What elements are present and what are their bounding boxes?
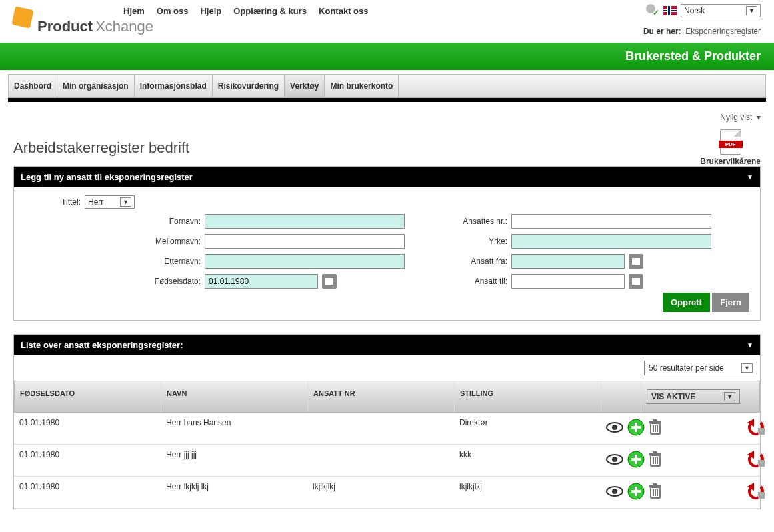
green-bar-title: Brukersted & Produkter <box>625 49 761 63</box>
nav-kontakt[interactable]: Kontakt oss <box>319 6 368 16</box>
col-empno[interactable]: ANSATT NR <box>308 381 455 412</box>
col-actions <box>601 381 641 412</box>
caret-down-icon: ▼ <box>747 173 753 181</box>
chevron-down-icon: ▼ <box>746 6 757 15</box>
panel-heading-text: Legg til ny ansatt til eksponeringsregis… <box>21 172 193 182</box>
yrke-input[interactable] <box>511 234 711 249</box>
calendar-icon[interactable] <box>629 274 643 289</box>
col-name[interactable]: NAVN <box>161 381 308 412</box>
chevron-down-icon: ▼ <box>120 197 131 207</box>
col-dob[interactable]: FØDSELSDATO <box>15 381 161 412</box>
svg-rect-33 <box>631 490 641 493</box>
cell-pos: lkjlkjlkj <box>454 477 601 508</box>
mellomnavn-input[interactable] <box>205 234 405 249</box>
tab-min-brukerkonto[interactable]: Min brukerkonto <box>325 75 399 97</box>
svg-rect-13 <box>758 428 765 435</box>
svg-point-15 <box>612 457 617 462</box>
employee-list-panel: Liste over ansatt eksponeringsregister: … <box>13 334 761 509</box>
label-ansattes-nr: Ansattes nr.: <box>405 217 511 226</box>
breadcrumb-label: Du er her: <box>643 27 681 36</box>
language-select[interactable]: Norsk ▼ <box>681 4 761 17</box>
opprett-button[interactable]: Opprett <box>663 293 710 312</box>
undo-icon[interactable] <box>746 451 766 470</box>
tab-risikovurdering[interactable]: Risikovurdering <box>213 75 285 97</box>
col-pos[interactable]: STILLING <box>455 381 601 412</box>
view-icon[interactable] <box>606 421 623 435</box>
green-bar: Brukersted & Produkter <box>0 43 774 70</box>
chevron-down-icon: ▼ <box>724 392 735 401</box>
table-row: 01.01.1980Herr jjj jjjkkk <box>14 445 760 477</box>
tittel-select[interactable]: Herr ▼ <box>85 195 135 209</box>
flag-norway-icon <box>663 6 677 15</box>
cell-name: Herr jjj jjj <box>161 445 307 476</box>
nav-hjem[interactable]: Hjem <box>123 6 145 16</box>
cell-dob: 01.01.1980 <box>14 445 161 476</box>
add-employee-panel-head[interactable]: Legg til ny ansatt til eksponeringsregis… <box>14 167 760 187</box>
add-employee-panel: Legg til ny ansatt til eksponeringsregis… <box>13 166 761 321</box>
fjern-button[interactable]: Fjern <box>712 293 749 312</box>
tab-min-organisasjon[interactable]: Min organisasjon <box>57 75 135 97</box>
nav-hjelp[interactable]: Hjelp <box>200 6 221 16</box>
employee-list-head[interactable]: Liste over ansatt eksponeringsregister: … <box>14 335 760 355</box>
table-header: FØDSELSDATO NAVN ANSATT NR STILLING VIS … <box>14 381 760 413</box>
pdf-icon <box>720 129 741 155</box>
label-tittel: Tittel: <box>18 197 85 207</box>
breadcrumb: Du er her: Eksponeringsregister <box>643 17 761 36</box>
recent-label: Nylig vist <box>720 113 752 122</box>
page-title: Arbeidstakerregister bedrift <box>13 139 189 157</box>
logo: ProductXchange <box>13 17 153 36</box>
tab-verktoy[interactable]: Verktøy <box>285 75 325 97</box>
list-heading-text: Liste over ansatt eksponeringsregister: <box>21 340 183 350</box>
tab-dashbord[interactable]: Dashbord <box>9 75 57 97</box>
svg-point-1 <box>612 425 617 430</box>
vis-aktive-select[interactable]: VIS AKTIVE ▼ <box>647 389 740 404</box>
cell-empno <box>307 413 454 444</box>
calendar-icon[interactable] <box>322 274 337 289</box>
label-yrke: Yrke: <box>405 237 511 246</box>
svg-rect-19 <box>631 458 641 461</box>
fodselsdato-input[interactable] <box>205 274 318 289</box>
label-fornavn: Fornavn: <box>85 217 205 226</box>
tab-informasjonsblad[interactable]: Informasjonsblad <box>135 75 213 97</box>
svg-rect-27 <box>758 460 765 467</box>
pdf-terms-link[interactable]: Brukervilkårene <box>700 129 761 166</box>
language-value: Norsk <box>684 6 705 15</box>
label-etternavn: Etternavn: <box>85 257 205 266</box>
logo-text-1: Product <box>37 18 93 35</box>
breadcrumb-value: Eksponeringsregister <box>685 27 761 36</box>
svg-rect-41 <box>758 492 765 499</box>
undo-icon[interactable] <box>746 483 766 502</box>
view-icon[interactable] <box>606 485 623 499</box>
table-row: 01.01.1980Herr lkjklj lkjlkjlkjlkjlkjlkj… <box>14 477 760 509</box>
logo-text-2: Xchange <box>95 18 153 35</box>
calendar-icon[interactable] <box>629 254 643 269</box>
view-icon[interactable] <box>606 453 623 467</box>
ansatt-fra-input[interactable] <box>511 254 625 269</box>
nav-om-oss[interactable]: Om oss <box>157 6 189 16</box>
cell-name: Herr lkjklj lkj <box>161 477 307 508</box>
main-tabs: Dashbord Min organisasjon Informasjonsbl… <box>8 74 766 98</box>
undo-icon[interactable] <box>746 419 766 438</box>
ansattes-nr-input[interactable] <box>511 214 711 229</box>
user-status-icon <box>645 4 659 17</box>
nav-opplaering[interactable]: Opplæring & kurs <box>233 6 307 16</box>
cell-empno: lkjlkjlkj <box>307 477 454 508</box>
cell-dob: 01.01.1980 <box>14 477 161 508</box>
caret-down-icon: ▼ <box>747 341 753 349</box>
logo-icon <box>11 6 33 28</box>
cell-dob: 01.01.1980 <box>14 413 161 444</box>
top-nav: Hjem Om oss Hjelp Opplæring & kurs Konta… <box>123 6 368 16</box>
cell-empno <box>307 445 454 476</box>
results-per-page-value: 50 resultater per side <box>649 363 724 373</box>
svg-rect-5 <box>631 426 641 429</box>
recent-viewed[interactable]: Nylig vist ▾ <box>13 109 761 126</box>
fornavn-input[interactable] <box>205 214 405 229</box>
ansatt-til-input[interactable] <box>511 274 625 289</box>
results-per-page-select[interactable]: 50 resultater per side ▼ <box>644 361 757 375</box>
cell-pos: kkk <box>454 445 601 476</box>
etternavn-input[interactable] <box>205 254 405 269</box>
chevron-down-icon: ▼ <box>741 363 753 373</box>
svg-point-29 <box>612 489 617 494</box>
vis-aktive-value: VIS AKTIVE <box>651 392 695 401</box>
cell-name: Herr hans Hansen <box>161 413 307 444</box>
